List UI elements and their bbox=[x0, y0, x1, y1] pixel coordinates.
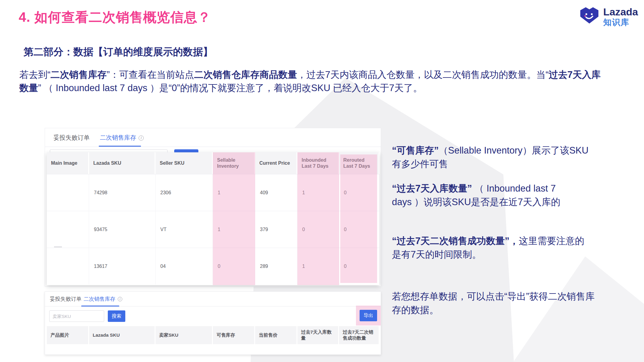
table-row: 74298 2306 1 409 1 0 bbox=[47, 174, 380, 211]
col-current-price: Current Price bbox=[255, 152, 297, 174]
logo-brand: Lazada bbox=[603, 6, 638, 17]
inbounded-cell: 0 bbox=[297, 211, 339, 248]
col-inbounded-last-7-days: Inbounded Last 7 Days bbox=[297, 152, 339, 174]
lazada-sku-cell: 74298 bbox=[89, 174, 155, 211]
col-seller-sku: 卖家SKU bbox=[155, 326, 213, 344]
info-icon: i bbox=[139, 135, 144, 141]
search-button[interactable]: 搜索 bbox=[108, 310, 125, 322]
intro-bold-warehouse-qty: 二次销售仓库存商品数量 bbox=[194, 69, 297, 80]
rerouted-cell: 0 bbox=[339, 211, 380, 248]
note-bold: “过去7天二次销售成功数量”， bbox=[392, 236, 519, 246]
sellable-inventory-cell: 0 bbox=[213, 248, 255, 284]
screenshot-export-toolbar: 妥投失败订单 二次销售库存i 搜索 导出 产品图片 Lazada SKU 卖家S… bbox=[45, 291, 381, 355]
note-inbounded-last-7-days: “过去7天入库数量” （ Inbounded last 7 days ）说明该S… bbox=[392, 182, 576, 209]
col-main-image: Main Image bbox=[47, 152, 89, 174]
tab-secondary-sales-inventory[interactable]: 二次销售库存i bbox=[84, 295, 122, 303]
main-image-cell bbox=[47, 248, 89, 284]
screenshot-secondary-sales-inventory: 妥投失败订单 二次销售库存i Main Image Lazada SKU Sel… bbox=[45, 128, 381, 287]
intro-text: 若去到“ bbox=[19, 69, 50, 80]
seller-sku-cell: 04 bbox=[155, 248, 213, 284]
lazada-logo: Lazada 知识库 bbox=[580, 6, 638, 27]
col-inbounded-qty: 过去7天入库数量 bbox=[297, 326, 339, 344]
seller-sku-cell: 2306 bbox=[155, 174, 213, 211]
image-placeholder-dash bbox=[54, 246, 62, 247]
page: 4. 如何查看二次销售概览信息？ Lazada 知识库 第二部分：数据【订单的维… bbox=[0, 0, 644, 362]
note-bold: “过去7天入库数量” bbox=[392, 183, 472, 194]
intro-paragraph: 若去到“二次销售库存”：可查看在当前站点二次销售仓库存商品数量，过去7天内该商品… bbox=[19, 68, 608, 95]
main-image-cell bbox=[47, 174, 89, 211]
inbounded-cell: 1 bbox=[297, 174, 339, 211]
table-row: 13617 04 0 289 1 0 bbox=[47, 248, 380, 284]
current-price-cell: 409 bbox=[255, 174, 297, 211]
lazada-sku-cell: 93475 bbox=[89, 211, 155, 248]
table-header-row: 产品图片 Lazada SKU 卖家SKU 可售库存 当前售价 过去7天入库数量… bbox=[47, 326, 380, 344]
note-resale-success-qty: “过去7天二次销售成功数量”，这里需要注意的是有7天的时间限制。 bbox=[392, 234, 591, 261]
lazada-sku-cell: 13617 bbox=[89, 248, 155, 284]
table-header-row: Main Image Lazada SKU Seller SKU Sellabl… bbox=[47, 152, 380, 174]
main-image-cell bbox=[47, 211, 89, 248]
table-row: 93475 VT 1 379 0 0 bbox=[47, 211, 380, 248]
logo-product: 知识库 bbox=[603, 17, 638, 27]
tab-failed-delivery-orders[interactable]: 妥投失败订单 bbox=[53, 134, 90, 142]
tab-label: 二次销售库存 bbox=[84, 296, 115, 302]
tab-label: 二次销售库存 bbox=[100, 134, 136, 141]
note-export-data: 若您想存单数据，可以点击“导出”获得二次销售库存的数据。 bbox=[392, 290, 597, 317]
section-heading: 第二部分：数据【订单的维度展示的数据】 bbox=[24, 45, 213, 59]
col-product-image: 产品图片 bbox=[47, 326, 89, 344]
rerouted-cell: 0 bbox=[339, 248, 380, 284]
seller-sku-cell: VT bbox=[155, 211, 213, 248]
sellable-inventory-cell: 1 bbox=[213, 211, 255, 248]
tab-failed-delivery-orders[interactable]: 妥投失败订单 bbox=[50, 295, 82, 303]
note-sellable-inventory: “可售库存”（Sellable Inventory）展示了该SKU有多少件可售 bbox=[392, 144, 591, 171]
inbounded-cell: 1 bbox=[297, 248, 339, 284]
current-price-cell: 379 bbox=[255, 211, 297, 248]
col-lazada-sku: Lazada SKU bbox=[89, 152, 155, 174]
note-text: 若您想存单数据，可以点击“导出”获得二次销售库存的数据。 bbox=[392, 291, 595, 315]
inventory-table-card: Main Image Lazada SKU Seller SKU Sellabl… bbox=[47, 152, 380, 285]
sellable-inventory-cell: 1 bbox=[213, 174, 255, 211]
col-lazada-sku: Lazada SKU bbox=[89, 326, 155, 344]
col-rerouted-last-7-days: Rerouted Last 7 Days bbox=[339, 152, 380, 174]
info-icon: i bbox=[118, 297, 122, 301]
note-bold: “可售库存” bbox=[392, 145, 439, 156]
active-tab-underline bbox=[99, 146, 141, 147]
tab-secondary-sales-inventory[interactable]: 二次销售库存i bbox=[100, 134, 144, 142]
lazada-heart-icon bbox=[580, 6, 599, 25]
export-button[interactable]: 导出 bbox=[360, 310, 377, 321]
col-current-price: 当前售价 bbox=[255, 326, 297, 344]
intro-text: ” （ Inbounded last 7 days ）是“0”的情况下就要注意了… bbox=[38, 83, 422, 93]
current-price-cell: 289 bbox=[255, 248, 297, 284]
page-title: 4. 如何查看二次销售概览信息？ bbox=[19, 8, 211, 26]
rerouted-cell: 0 bbox=[339, 174, 380, 211]
col-resale-success-qty: 过去7天二次销售成功数量 bbox=[339, 326, 380, 344]
tabbar-divider bbox=[45, 147, 381, 147]
col-sellable-inventory: 可售库存 bbox=[213, 326, 255, 344]
intro-text: ”：可查看在当前站点 bbox=[107, 69, 194, 80]
seller-sku-input[interactable] bbox=[49, 310, 104, 322]
intro-text: ，过去7天内该商品入仓数量，以及二次销售成功的数量。当“ bbox=[297, 69, 549, 80]
col-sellable-inventory: Sellable Inventory bbox=[213, 152, 255, 174]
intro-bold-inventory-tab: 二次销售库存 bbox=[50, 69, 107, 80]
col-seller-sku: Seller SKU bbox=[155, 152, 213, 174]
active-tab-underline bbox=[81, 306, 119, 306]
